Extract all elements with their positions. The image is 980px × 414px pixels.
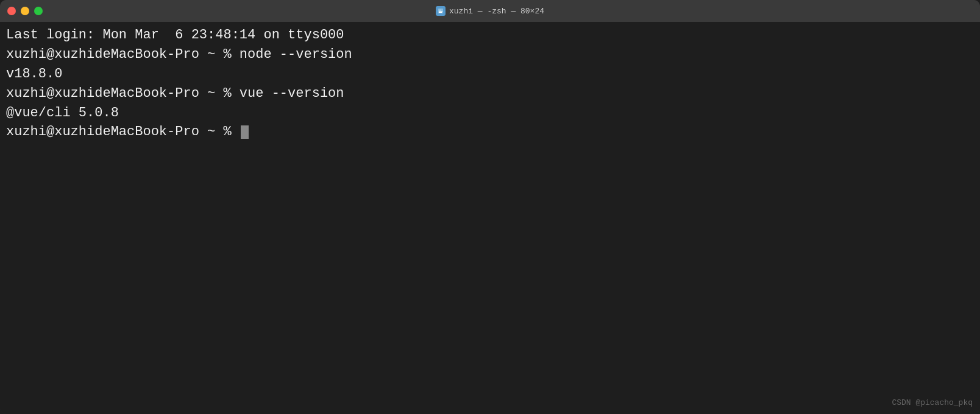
terminal-line-6: xuzhi@xuzhideMacBook-Pro ~ % (6, 122, 974, 142)
terminal-line-3: v18.8.0 (6, 65, 974, 84)
traffic-lights (7, 7, 43, 15)
terminal-body[interactable]: Last login: Mon Mar 6 23:48:14 on ttys00… (0, 22, 980, 414)
terminal-line-4: xuzhi@xuzhideMacBook-Pro ~ % vue --versi… (6, 84, 974, 103)
title-bar: xuzhi — -zsh — 80×24 (0, 0, 980, 22)
line-text-5: @vue/cli 5.0.8 (6, 103, 119, 123)
terminal-icon (436, 6, 446, 16)
line-text-6: xuzhi@xuzhideMacBook-Pro ~ % (6, 122, 240, 142)
cursor (241, 125, 249, 139)
terminal-line-1: Last login: Mon Mar 6 23:48:14 on ttys00… (6, 26, 974, 45)
watermark: CSDN @picacho_pkq (892, 398, 973, 409)
terminal-line-5: @vue/cli 5.0.8 (6, 103, 974, 123)
terminal-window: xuzhi — -zsh — 80×24 Last login: Mon Mar… (0, 0, 980, 414)
maximize-button[interactable] (34, 7, 43, 15)
line-text-4: xuzhi@xuzhideMacBook-Pro ~ % vue --versi… (6, 84, 344, 103)
svg-rect-1 (439, 10, 441, 10)
line-text-3: v18.8.0 (6, 65, 62, 84)
line-text-2: xuzhi@xuzhideMacBook-Pro ~ % node --vers… (6, 45, 352, 65)
svg-rect-2 (439, 11, 442, 12)
terminal-line-2: xuzhi@xuzhideMacBook-Pro ~ % node --vers… (6, 45, 974, 65)
svg-rect-3 (439, 12, 442, 13)
minimize-button[interactable] (21, 7, 29, 15)
title-text: xuzhi — -zsh — 80×24 (436, 6, 544, 16)
close-button[interactable] (7, 7, 16, 15)
window-title: xuzhi — -zsh — 80×24 (449, 7, 544, 16)
line-text-1: Last login: Mon Mar 6 23:48:14 on ttys00… (6, 26, 344, 45)
